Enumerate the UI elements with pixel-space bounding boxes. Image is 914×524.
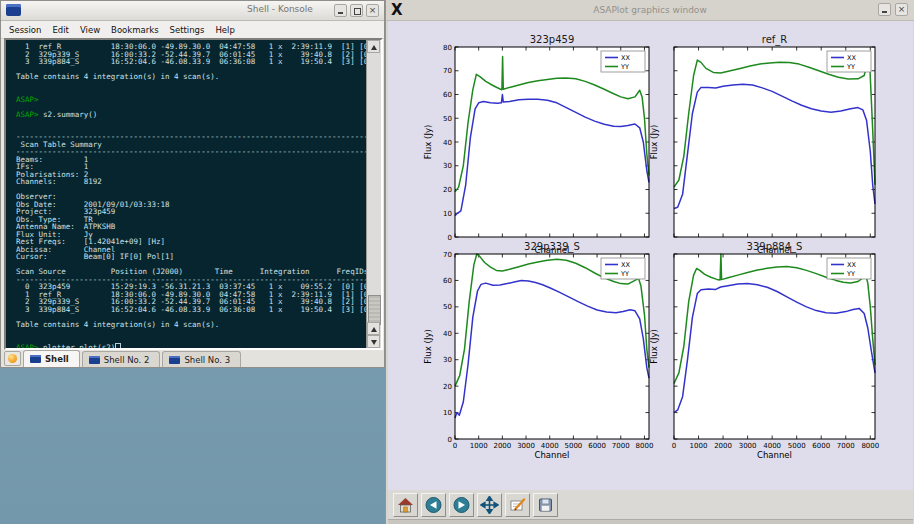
scroll-up-button[interactable] bbox=[367, 40, 380, 53]
tab-label: Shell No. 3 bbox=[184, 355, 230, 365]
terminal-scrollbar[interactable] bbox=[366, 40, 381, 348]
close-icon: × bbox=[896, 4, 907, 15]
session-bulb-icon bbox=[8, 354, 17, 363]
pan-arrows-icon bbox=[480, 496, 499, 514]
konsole-app-icon bbox=[6, 4, 21, 16]
edit-button[interactable] bbox=[505, 493, 530, 517]
terminal-line bbox=[16, 88, 367, 96]
terminal-line bbox=[16, 81, 367, 89]
close-button[interactable]: × bbox=[366, 4, 379, 17]
terminal-cursor bbox=[115, 343, 121, 348]
terminal-icon bbox=[89, 356, 100, 364]
home-button[interactable] bbox=[393, 493, 418, 517]
tab-shell[interactable]: Shell bbox=[23, 350, 80, 367]
minimize-icon bbox=[338, 12, 343, 14]
pencil-paper-icon bbox=[508, 496, 527, 514]
terminal-line: 3 339p884_S 16:52:04.6 -46.08.33.9 06:36… bbox=[16, 306, 367, 314]
terminal-output[interactable]: 1 ref_R 18:30:06.0 -49.89.30.0 04:47:58 … bbox=[6, 40, 367, 348]
forward-button[interactable] bbox=[449, 493, 474, 517]
terminal-line: Table contains 4 integration(s) in 4 sca… bbox=[16, 321, 367, 329]
konsole-title: Shell - Konsole bbox=[247, 4, 313, 14]
tab-list: ShellShell No. 2Shell No. 3 bbox=[23, 350, 243, 367]
plot-close-button[interactable]: × bbox=[895, 3, 908, 16]
menu-item-edit[interactable]: Edit bbox=[52, 25, 68, 35]
scroll-down-button[interactable] bbox=[367, 335, 380, 348]
back-arrow-icon bbox=[424, 496, 443, 514]
scrollbar-thumb[interactable] bbox=[368, 295, 381, 325]
arrow-up-icon bbox=[371, 45, 377, 50]
save-button[interactable] bbox=[533, 493, 558, 517]
terminal-line: Table contains 4 integration(s) in 4 sca… bbox=[16, 73, 367, 81]
new-session-button[interactable] bbox=[4, 351, 21, 366]
terminal-line: Channels: 8192 bbox=[16, 178, 367, 186]
back-button[interactable] bbox=[421, 493, 446, 517]
tab-label: Shell No. 2 bbox=[104, 355, 150, 365]
arrow-down-icon bbox=[371, 340, 377, 345]
terminal-line: 3 339p884_S 16:52:04.6 -46.08.33.9 06:36… bbox=[16, 58, 367, 66]
home-icon bbox=[396, 496, 415, 514]
asaplot-window: X ASAPlot graphics window × bbox=[385, 0, 914, 524]
konsole-titlebar[interactable]: Shell - Konsole × bbox=[1, 1, 384, 21]
floppy-disk-icon bbox=[536, 496, 555, 514]
terminal-line: ASAP> plotter.plot(s2) bbox=[16, 343, 367, 348]
figure-area[interactable] bbox=[388, 21, 913, 490]
terminal-icon bbox=[30, 355, 41, 363]
asaplot-title: ASAPlot graphics window bbox=[386, 5, 914, 15]
scroll-up-button-bottom[interactable] bbox=[367, 322, 380, 335]
pan-button[interactable] bbox=[477, 493, 502, 517]
terminal-line bbox=[16, 118, 367, 126]
menu-item-view[interactable]: View bbox=[80, 25, 100, 35]
plot-statusbar bbox=[388, 519, 913, 524]
plot-toolbar bbox=[388, 490, 913, 519]
desktop: Shell - Konsole × SessionEditViewBookmar… bbox=[0, 0, 914, 524]
terminal-icon bbox=[169, 356, 180, 364]
asaplot-titlebar[interactable]: X ASAPlot graphics window × bbox=[386, 0, 914, 21]
terminal-frame: 1 ref_R 18:30:06.0 -49.89.30.0 04:47:58 … bbox=[4, 38, 383, 350]
konsole-menubar: SessionEditViewBookmarksSettingsHelp bbox=[1, 21, 384, 39]
terminal-line: ASAP> s2.summary() bbox=[16, 111, 367, 119]
terminal-line: ASAP> bbox=[16, 96, 367, 104]
minimize-button[interactable] bbox=[334, 4, 347, 17]
tab-shell-no-3[interactable]: Shell No. 3 bbox=[162, 351, 241, 367]
menu-item-help[interactable]: Help bbox=[215, 25, 234, 35]
maximize-button[interactable] bbox=[350, 4, 363, 17]
forward-arrow-icon bbox=[452, 496, 471, 514]
maximize-icon bbox=[354, 8, 361, 15]
tab-shell-no-2[interactable]: Shell No. 2 bbox=[82, 351, 161, 367]
menu-item-settings[interactable]: Settings bbox=[170, 25, 205, 35]
menu-item-session[interactable]: Session bbox=[9, 25, 41, 35]
terminal-line bbox=[16, 186, 367, 194]
menu-item-bookmarks[interactable]: Bookmarks bbox=[111, 25, 159, 35]
arrow-up-icon bbox=[371, 327, 377, 332]
tab-label: Shell bbox=[45, 354, 69, 364]
minimize-icon bbox=[882, 11, 887, 13]
terminal-line: Cursor: Beam[0] IF[0] Pol[1] bbox=[16, 253, 367, 261]
terminal-line bbox=[16, 328, 367, 336]
close-icon: × bbox=[367, 5, 378, 16]
terminal-line bbox=[16, 336, 367, 344]
konsole-tabbar: ShellShell No. 2Shell No. 3 bbox=[1, 350, 384, 367]
plot-minimize-button[interactable] bbox=[878, 3, 891, 16]
konsole-window: Shell - Konsole × SessionEditViewBookmar… bbox=[0, 0, 385, 368]
